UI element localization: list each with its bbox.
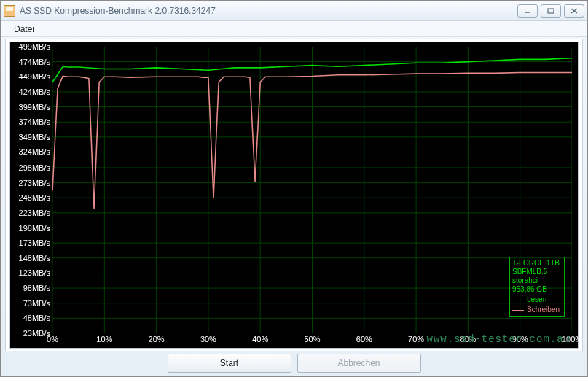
y-tick-label: 324MB/s xyxy=(19,147,50,156)
chart-plot-area: T-FORCE 1TB SBFMLB.5 storahci 953,86 GB … xyxy=(52,47,572,333)
y-tick-label: 399MB/s xyxy=(19,103,50,112)
minimize-button[interactable] xyxy=(517,4,538,18)
legend-device: T-FORCE 1TB xyxy=(512,259,562,268)
y-axis: 499MB/s474MB/s449MB/s424MB/s399MB/s374MB… xyxy=(10,47,52,333)
close-button[interactable] xyxy=(564,4,584,18)
x-tick-label: 50% xyxy=(304,335,320,343)
titlebar: AS SSD Kompression-Benchmark 2.0.7316.34… xyxy=(1,1,587,21)
content-panel: 499MB/s474MB/s449MB/s424MB/s399MB/s374MB… xyxy=(5,39,583,351)
legend-write: Schreiben xyxy=(512,306,562,314)
y-tick-label: 148MB/s xyxy=(19,254,50,263)
start-button[interactable]: Start xyxy=(168,354,291,373)
svg-rect-1 xyxy=(548,9,554,13)
legend-write-label: Schreiben xyxy=(527,306,560,314)
maximize-button[interactable] xyxy=(541,4,561,18)
legend-box: T-FORCE 1TB SBFMLB.5 storahci 953,86 GB … xyxy=(509,257,565,317)
chart-container: 499MB/s474MB/s449MB/s424MB/s399MB/s374MB… xyxy=(9,42,579,349)
y-tick-label: 349MB/s xyxy=(19,133,50,141)
close-icon xyxy=(571,8,578,14)
legend-capacity: 953,86 GB xyxy=(512,285,562,294)
y-tick-label: 198MB/s xyxy=(19,224,50,233)
x-tick-label: 30% xyxy=(200,335,216,343)
window-title: AS SSD Kompression-Benchmark 2.0.7316.34… xyxy=(20,6,517,16)
x-tick-label: 40% xyxy=(252,335,268,343)
legend-firmware: SBFMLB.5 xyxy=(512,268,562,276)
y-tick-label: 273MB/s xyxy=(19,179,50,187)
y-tick-label: 48MB/s xyxy=(23,314,50,322)
legend-read-label: Lesen xyxy=(527,295,546,304)
y-tick-label: 499MB/s xyxy=(19,42,50,51)
y-tick-label: 98MB/s xyxy=(23,284,50,292)
app-icon xyxy=(4,5,15,17)
legend-write-swatch xyxy=(512,310,524,311)
y-tick-label: 298MB/s xyxy=(19,163,50,172)
x-tick-label: 70% xyxy=(408,335,424,343)
x-tick-label: 0% xyxy=(47,335,58,343)
cancel-button[interactable]: Abbrechen xyxy=(297,354,421,373)
app-window: AS SSD Kompression-Benchmark 2.0.7316.34… xyxy=(0,0,588,377)
y-tick-label: 173MB/s xyxy=(19,238,50,247)
menu-file[interactable]: Datei xyxy=(9,23,39,36)
watermark: www.ssd-tester.com.au xyxy=(427,333,571,345)
x-tick-label: 60% xyxy=(356,335,372,343)
window-controls xyxy=(517,4,584,18)
minimize-icon xyxy=(524,8,531,14)
y-tick-label: 474MB/s xyxy=(19,58,50,66)
chart-svg xyxy=(52,47,572,333)
maximize-icon xyxy=(547,8,554,14)
legend-read-swatch xyxy=(512,300,524,300)
menubar: Datei xyxy=(1,21,587,37)
y-tick-label: 123MB/s xyxy=(19,268,50,277)
x-tick-label: 20% xyxy=(149,335,165,343)
legend-driver: storahci xyxy=(512,276,562,285)
y-tick-label: 73MB/s xyxy=(23,299,50,308)
legend-read: Lesen xyxy=(512,295,562,304)
button-row: Start Abbrechen xyxy=(5,354,583,373)
y-tick-label: 449MB/s xyxy=(19,72,50,81)
y-tick-label: 223MB/s xyxy=(19,209,50,217)
y-tick-label: 424MB/s xyxy=(19,88,50,96)
y-tick-label: 248MB/s xyxy=(19,193,50,202)
y-tick-label: 374MB/s xyxy=(19,117,50,126)
x-tick-label: 10% xyxy=(96,335,112,343)
